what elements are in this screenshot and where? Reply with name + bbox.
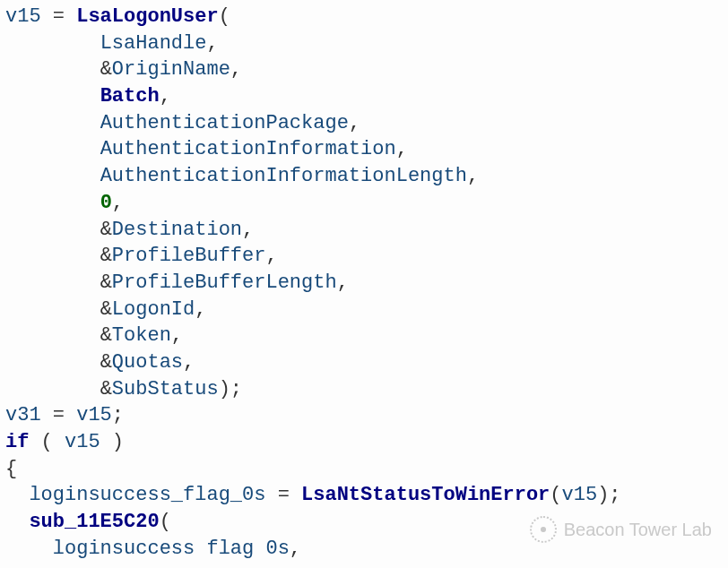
code-block: v15 = LsaLogonUser( LsaHandle, &OriginNa… [0,0,728,562]
